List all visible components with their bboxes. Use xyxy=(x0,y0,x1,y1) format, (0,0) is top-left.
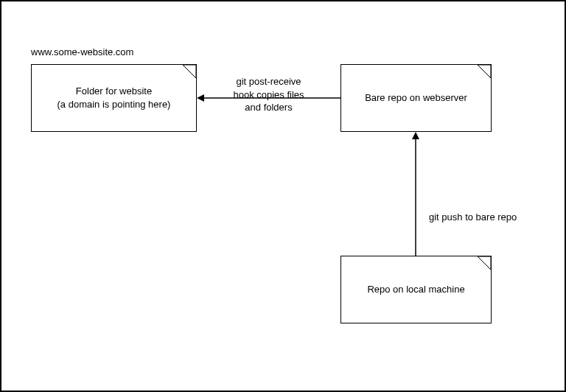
post-receive-line3: and folders xyxy=(245,102,292,113)
local-repo-box: Repo on local machine xyxy=(340,256,492,323)
dog-ear-icon xyxy=(478,65,491,78)
dog-ear-icon xyxy=(478,256,491,270)
diagram-canvas: www.some-website.com Folder for website … xyxy=(0,0,566,392)
website-folder-line1: Folder for website xyxy=(76,85,152,97)
local-repo-text: Repo on local machine xyxy=(341,283,491,296)
bare-repo-text: Bare repo on webserver xyxy=(341,91,491,105)
svg-marker-1 xyxy=(197,94,204,102)
website-folder-text: Folder for website (a domain is pointing… xyxy=(32,85,196,111)
push-label: git push to bare repo xyxy=(429,211,517,224)
bare-repo-box: Bare repo on webserver xyxy=(340,64,492,132)
post-receive-label: git post-receive hook copies files and f… xyxy=(223,75,315,114)
website-folder-box: Folder for website (a domain is pointing… xyxy=(31,64,197,132)
post-receive-line2: hook copies files xyxy=(233,89,304,100)
domain-url-label: www.some-website.com xyxy=(31,46,133,59)
dog-ear-icon xyxy=(183,65,196,78)
website-folder-line2: (a domain is pointing here) xyxy=(57,99,171,110)
post-receive-line1: git post-receive xyxy=(236,76,301,87)
svg-marker-3 xyxy=(412,132,419,139)
push-arrow xyxy=(410,132,421,256)
